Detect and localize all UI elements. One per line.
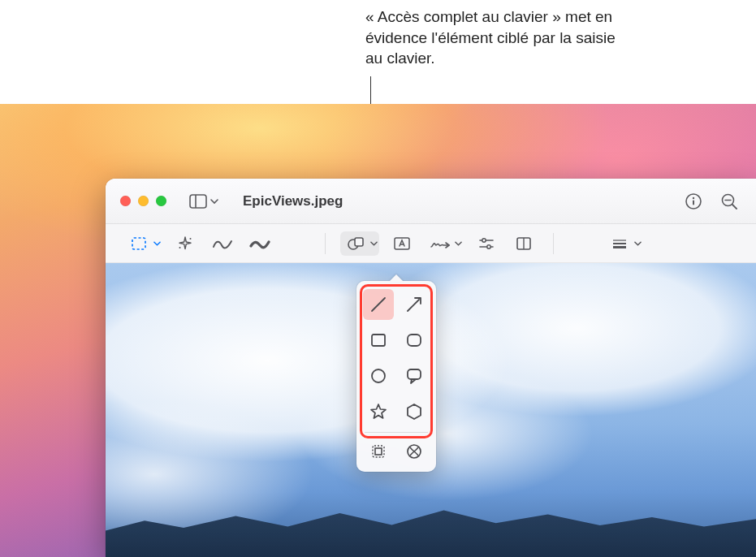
svg-rect-29: [373, 446, 384, 457]
shape-hexagon-button[interactable]: [399, 396, 430, 427]
text-box-icon: [393, 236, 411, 251]
chevron-down-icon: [455, 240, 462, 246]
arrow-icon: [404, 294, 425, 315]
zoom-out-button[interactable]: [720, 192, 738, 210]
svg-point-27: [372, 369, 385, 382]
svg-rect-0: [190, 195, 206, 208]
svg-point-17: [487, 244, 490, 248]
shapes-button[interactable]: [340, 231, 379, 256]
draw-button[interactable]: [245, 231, 274, 256]
line-style-button[interactable]: [604, 231, 643, 256]
shape-rect-outline-button[interactable]: [363, 325, 394, 356]
rect-rounded-icon: [404, 330, 425, 351]
svg-rect-30: [375, 448, 382, 455]
shape-arrow-button[interactable]: [399, 289, 430, 320]
circle-icon: [368, 365, 389, 386]
shapes-icon: [347, 235, 365, 252]
svg-rect-25: [372, 335, 385, 346]
svg-rect-4: [693, 200, 694, 205]
text-button[interactable]: [387, 231, 417, 256]
sidebar-icon: [189, 194, 207, 209]
selection-rect-icon: [131, 236, 147, 251]
chevron-down-icon: [153, 240, 161, 246]
shape-speech-bubble-button[interactable]: [399, 361, 430, 391]
signature-icon: [430, 237, 451, 250]
svg-point-10: [179, 247, 181, 248]
svg-line-6: [732, 205, 737, 209]
sketch-button[interactable]: [208, 231, 237, 256]
loupe-icon: [368, 442, 389, 461]
popover-separator: [365, 432, 428, 433]
toolbar-separator: [325, 233, 326, 254]
svg-point-9: [190, 238, 192, 240]
mask-icon: [404, 442, 425, 461]
sliders-icon: [477, 236, 495, 251]
svg-rect-8: [132, 238, 145, 249]
shape-line-button[interactable]: [363, 289, 394, 320]
svg-rect-12: [355, 238, 363, 246]
instant-alpha-button[interactable]: [171, 231, 200, 256]
window-controls: [120, 196, 166, 206]
shape-mask-button[interactable]: [399, 438, 430, 465]
star-icon: [368, 401, 389, 422]
chevron-down-icon: [370, 240, 378, 246]
svg-point-15: [482, 238, 486, 241]
crop-icon: [516, 236, 532, 251]
shape-star-button[interactable]: [363, 396, 394, 427]
svg-point-3: [693, 196, 694, 198]
markup-toolbar: [106, 224, 756, 263]
shape-circle-button[interactable]: [363, 361, 394, 391]
info-icon: [685, 192, 702, 210]
draw-icon: [249, 237, 270, 250]
toolbar-separator: [553, 233, 554, 254]
titlebar: EpicViews.jpeg: [106, 179, 756, 224]
minimize-button[interactable]: [138, 196, 149, 206]
rect-outline-icon: [368, 330, 389, 351]
chevron-down-icon: [210, 198, 218, 205]
sparkle-icon: [176, 235, 194, 252]
shape-rect-rounded-button[interactable]: [399, 325, 430, 356]
adjust-color-button[interactable]: [472, 231, 501, 256]
shape-loupe-button[interactable]: [363, 438, 394, 465]
shapes-popover: [356, 281, 436, 472]
sign-button[interactable]: [425, 231, 464, 256]
svg-line-23: [372, 298, 385, 311]
svg-rect-28: [408, 369, 421, 379]
close-button[interactable]: [120, 196, 131, 206]
svg-line-24: [408, 300, 419, 311]
speech-bubble-icon: [404, 365, 425, 386]
hexagon-icon: [404, 401, 425, 422]
line-weight-icon: [611, 238, 629, 249]
line-icon: [368, 294, 389, 315]
selection-tool-button[interactable]: [123, 231, 162, 256]
sketch-icon: [212, 237, 233, 250]
sidebar-toggle-button[interactable]: [184, 191, 223, 212]
info-button[interactable]: [685, 192, 702, 210]
callout-text: « Accès complet au clavier » met en évid…: [365, 6, 633, 69]
svg-rect-26: [408, 335, 421, 346]
window-title: EpicViews.jpeg: [243, 193, 675, 209]
zoom-out-icon: [720, 192, 738, 210]
image-content: [106, 499, 756, 557]
crop-button[interactable]: [509, 231, 538, 256]
chevron-down-icon: [634, 240, 642, 246]
fullscreen-button[interactable]: [156, 196, 166, 206]
